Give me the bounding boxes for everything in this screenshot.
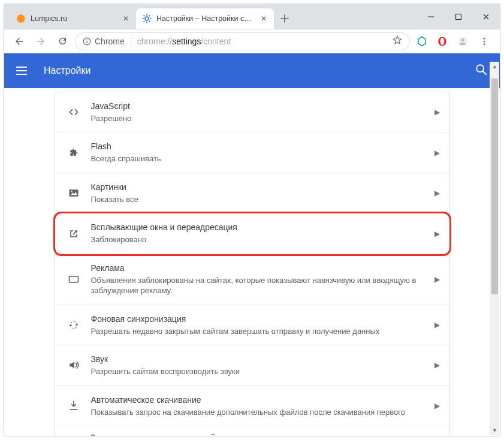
image-icon (67, 186, 80, 200)
svg-rect-11 (456, 14, 461, 19)
close-icon[interactable]: ✕ (259, 14, 268, 23)
download-icon (67, 399, 80, 412)
svg-point-19 (484, 38, 485, 40)
setting-title: JavaScript (91, 101, 424, 112)
setting-title: Реклама (91, 263, 424, 274)
content-area: JavaScriptРазрешено▶FlashВсегда спрашива… (4, 88, 500, 436)
toolbar: Chrome chrome://settings/content (4, 29, 500, 53)
back-button[interactable] (10, 32, 28, 50)
chevron-right-icon: ▶ (434, 275, 440, 284)
svg-line-6 (144, 16, 145, 17)
setting-text: Всплывающие окна и переадресацияЗаблокир… (91, 222, 424, 245)
setting-title: Звук (91, 354, 424, 365)
setting-desc: Разрешать недавно закрытым сайтам заверш… (91, 326, 424, 337)
sync-icon (67, 318, 80, 331)
svg-point-26 (71, 191, 72, 192)
address-bar[interactable]: Chrome chrome://settings/content (75, 32, 410, 50)
info-icon (83, 37, 91, 46)
title-bar: Lumpics.ru ✕ Настройки – Настройки сайта… (4, 4, 500, 29)
chevron-right-icon: ▶ (434, 321, 440, 329)
setting-text: JavaScriptРазрешено (91, 101, 424, 123)
setting-title: Картинки (91, 182, 424, 193)
chevron-right-icon: ▶ (434, 361, 440, 369)
svg-point-16 (440, 38, 445, 45)
setting-text: FlashВсегда спрашивать (91, 141, 424, 164)
code-icon (67, 106, 80, 119)
setting-row-javascript[interactable]: JavaScriptРазрешено▶ (55, 92, 449, 132)
setting-title: Всплывающие окна и переадресация (91, 222, 424, 233)
launch-icon (67, 227, 80, 240)
setting-desc: Заблокировано (91, 234, 424, 245)
setting-row-downloads[interactable]: Автоматическое скачиваниеПоказывать запр… (55, 386, 449, 426)
svg-line-8 (144, 21, 145, 22)
close-window-button[interactable] (472, 7, 500, 26)
maximize-button[interactable] (445, 7, 472, 26)
svg-line-7 (149, 21, 150, 22)
bookmark-icon[interactable] (393, 35, 402, 47)
setting-title: Фоновая синхронизация (91, 314, 424, 325)
setting-title: Автоматическое скачивание (91, 394, 424, 406)
svg-point-1 (145, 17, 149, 20)
chevron-right-icon: ▶ (434, 230, 440, 238)
svg-line-23 (483, 71, 487, 75)
profile-avatar-icon[interactable] (454, 33, 471, 50)
url-text: chrome://settings/content (137, 37, 231, 46)
chevron-right-icon: ▶ (434, 108, 440, 116)
chevron-right-icon: ▶ (434, 189, 440, 197)
setting-desc: Всегда спрашивать (91, 153, 424, 164)
close-icon[interactable]: ✕ (122, 14, 130, 23)
setting-text: КартинкиПоказать все (91, 182, 424, 204)
setting-row-bg-sync[interactable]: Фоновая синхронизацияРазрешать недавно з… (55, 305, 449, 345)
setting-desc: Разрешить сайтам воспроизводить звуки (91, 366, 424, 377)
tab-settings[interactable]: Настройки – Настройки сайта ✕ (136, 8, 274, 29)
setting-row-popups[interactable]: Всплывающие окна и переадресацияЗаблокир… (55, 213, 449, 254)
separator (131, 37, 131, 46)
scroll-down-icon[interactable]: ▼ (490, 426, 499, 435)
new-tab-button[interactable] (276, 10, 293, 27)
svg-rect-27 (69, 276, 78, 282)
page-header: Настройки (4, 53, 500, 88)
setting-row-plugins[interactable]: Доступ к плагинам вне тестовой среды (55, 426, 449, 436)
menu-icon[interactable] (16, 64, 31, 78)
extension-opera-icon[interactable] (434, 33, 451, 50)
scrollbar[interactable]: ▲ ▼ (490, 62, 499, 435)
chevron-right-icon: ▶ (434, 402, 440, 410)
favicon-lumpics-icon (16, 14, 26, 23)
setting-row-sound[interactable]: ЗвукРазрешить сайтам воспроизводить звук… (55, 345, 449, 385)
minimize-button[interactable] (417, 7, 445, 26)
search-icon[interactable] (475, 63, 488, 79)
settings-list: JavaScriptРазрешено▶FlashВсегда спрашива… (55, 92, 450, 436)
svg-point-18 (461, 38, 464, 41)
setting-desc: Показать все (91, 194, 424, 205)
setting-title: Доступ к плагинам вне тестовой среды (90, 432, 242, 436)
setting-desc: Разрешено (91, 113, 424, 124)
volume-icon (67, 358, 80, 372)
setting-row-ads[interactable]: РекламаОбъявления заблокированы на сайта… (55, 254, 449, 305)
svg-point-21 (484, 43, 485, 45)
forward-button[interactable] (32, 32, 50, 50)
svg-rect-24 (69, 189, 78, 197)
puzzle-icon (67, 146, 80, 159)
setting-desc: Объявления заблокированы на сайтах, кото… (91, 275, 424, 296)
setting-text: Автоматическое скачиваниеПоказывать запр… (91, 394, 424, 417)
scroll-up-icon[interactable]: ▲ (490, 62, 499, 71)
setting-desc: Показывать запрос на скачивание дополнит… (91, 407, 424, 418)
setting-text: Фоновая синхронизацияРазрешать недавно з… (91, 314, 424, 336)
svg-point-20 (484, 40, 485, 42)
setting-text: РекламаОбъявления заблокированы на сайта… (91, 263, 424, 296)
tab-label: Lumpics.ru (31, 14, 117, 23)
reload-button[interactable] (53, 32, 71, 50)
setting-row-flash[interactable]: FlashВсегда спрашивать▶ (55, 132, 449, 173)
setting-text: ЗвукРазрешить сайтам воспроизводить звук… (91, 354, 424, 376)
chip-label: Chrome (95, 37, 125, 46)
favicon-settings-icon (142, 14, 152, 23)
tab-lumpics[interactable]: Lumpics.ru ✕ (10, 8, 136, 29)
scrollbar-thumb[interactable] (491, 79, 498, 294)
svg-point-14 (86, 39, 87, 40)
setting-title: Flash (91, 141, 424, 152)
tab-strip: Lumpics.ru ✕ Настройки – Настройки сайта… (4, 4, 417, 29)
kebab-menu-icon[interactable] (475, 37, 494, 46)
extension-yandex-icon[interactable] (414, 33, 430, 50)
setting-row-images[interactable]: КартинкиПоказать все▶ (55, 173, 449, 213)
window-controls (417, 4, 500, 29)
